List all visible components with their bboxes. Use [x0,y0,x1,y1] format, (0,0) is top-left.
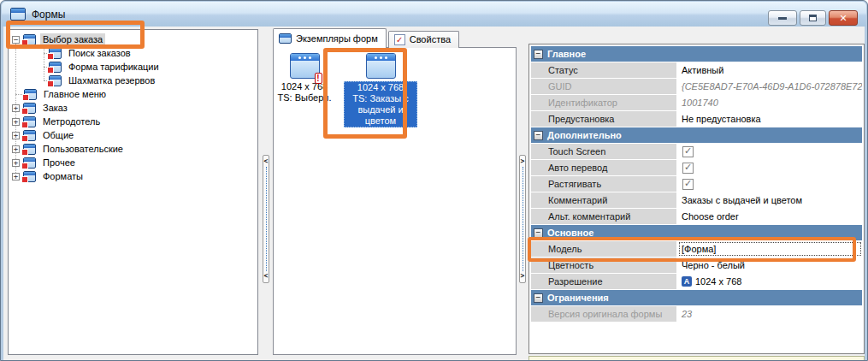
tab-instances[interactable]: Экземпляры форм [273,28,387,48]
property-row[interactable]: ЦветностьЧерно - белый [531,257,862,273]
property-value[interactable]: [Форма] [678,241,862,257]
close-button[interactable]: ✕ [829,10,858,26]
property-value[interactable]: Не предустановка [678,111,862,127]
left-splitter-handle[interactable]: < < [263,155,269,283]
instance-label: 1024 x 768TS: Заказы свыдачей ицветом [344,81,417,127]
tree-expander-plus-icon[interactable]: + [12,132,20,139]
property-value[interactable]: Активный [678,62,862,78]
instance-label: 1024 x 768TS: Выбери. [277,81,331,104]
property-section-header[interactable]: −Основное [531,225,862,240]
collapse-minus-icon[interactable]: − [534,50,543,59]
tab-properties[interactable]: ✓Свойства [388,31,459,48]
property-value[interactable]: Черно - белый [678,257,862,273]
property-value-text: Choose order [682,211,739,222]
collapse-minus-icon[interactable]: − [534,131,543,140]
property-row[interactable]: Идентификатор1001740 [531,95,862,110]
property-section-header[interactable]: −Главное [531,46,862,62]
property-value[interactable]: 23 [678,306,862,322]
tree-item[interactable]: +Пользовательские [9,142,257,156]
property-value-text: {CE5E8AD7-E70A-46D9-A1D6-072878E72 [682,81,862,92]
tree-item[interactable]: +Метродотель [9,115,257,128]
property-row[interactable]: Авто перевод [531,160,862,175]
checkbox[interactable] [682,179,694,190]
property-row[interactable]: КомментарийЗаказы с выдачей и цветом [531,192,862,208]
property-value-text: Черно - белый [682,260,745,270]
properties-check-icon: ✓ [394,34,405,45]
tree-expander-plus-icon[interactable]: + [12,118,20,126]
tree-item[interactable]: Форма тарификации [9,60,257,74]
property-grid: −ГлавноеСтатусАктивныйGUID{CE5E8AD7-E70A… [528,44,865,354]
collapse-minus-icon[interactable]: − [534,228,543,238]
tree-expander-plus-icon[interactable]: + [12,104,20,112]
form-instance[interactable]: 1024 x 768TS: Заказы свыдачей ицветом [342,53,419,127]
property-value-text: 1001740 [682,98,718,108]
property-label: Авто перевод [531,160,676,175]
form-instance[interactable]: !1024 x 768TS: Выбери. [277,53,332,104]
tab-bar: Экземпляры форм✓Свойства [273,28,461,48]
property-row[interactable]: СтатусАктивный [531,62,862,78]
property-value-text: Не предустановка [682,114,761,124]
tree-item[interactable]: +Заказ [9,101,257,115]
property-value[interactable]: {CE5E8AD7-E70A-46D9-A1D6-072878E72 [678,79,862,94]
property-row[interactable]: Touch Screen [531,144,862,159]
property-row[interactable]: Модель[Форма] [531,241,862,257]
warning-badge-icon: ! [315,73,322,84]
property-label: Цветность [531,257,676,273]
icon-titlebar [291,54,319,61]
property-value[interactable]: Заказы с выдачей и цветом [678,192,862,208]
checkbox[interactable] [682,163,694,174]
collapse-right-icon: > [521,158,525,165]
property-label: Версия оригинала формы [531,306,676,322]
property-value-text: Заказы с выдачей и цветом [682,195,802,205]
property-value[interactable] [678,176,862,192]
tree-item[interactable]: +Общие [9,128,257,142]
tree-item[interactable]: +Форматы [9,169,257,183]
property-value[interactable] [678,160,862,175]
restore-button[interactable] [800,10,826,26]
restore-icon [809,15,817,21]
form-window-icon [366,53,396,79]
right-splitter[interactable]: > > [517,29,528,355]
property-label: GUID [531,79,676,94]
tree-expander-minus-icon[interactable]: − [12,36,20,44]
form-icon [23,116,36,127]
tree-item[interactable]: Главное меню [9,87,257,101]
property-value[interactable]: 1001740 [678,95,862,110]
property-section-header[interactable]: −Ограничения [531,290,862,305]
property-value[interactable]: A1024 x 768 [678,274,862,289]
instances-list: !1024 x 768TS: Выбери.1024 x 768TS: Зака… [274,48,516,127]
right-splitter-handle[interactable]: > > [519,155,526,283]
form-icon [23,103,36,114]
collapse-minus-icon[interactable]: − [534,293,543,303]
tree-expander-plus-icon[interactable]: + [12,159,20,167]
property-value-text: 1024 x 768 [695,276,741,287]
property-value[interactable] [678,144,862,159]
tree-item[interactable]: Поиск заказов [9,46,257,60]
tree-item-label: Шахматка резервов [66,74,157,86]
description-strip [528,356,865,361]
tree-item-label: Выбор заказа [40,33,105,45]
tree-expander-plus-icon[interactable]: + [12,145,20,153]
property-row[interactable]: GUID{CE5E8AD7-E70A-46D9-A1D6-072878E72 [531,79,862,94]
tree-item[interactable]: −Выбор заказа [9,33,257,46]
property-row[interactable]: Альт. комментарийChoose order [531,209,862,224]
property-value[interactable]: Choose order [678,209,862,224]
property-row[interactable]: РазрешениеA1024 x 768 [531,274,862,289]
forms-tree: −Выбор заказаПоиск заказовФорма тарифика… [8,29,258,355]
section-title: Главное [547,49,586,59]
minimize-button[interactable] [768,10,797,26]
left-splitter[interactable]: < < [260,29,272,355]
checkbox[interactable] [682,146,694,157]
tree-item[interactable]: Шахматка резервов [9,74,257,87]
tree-expander-plus-icon[interactable]: + [12,173,20,180]
form-window-icon: ! [290,53,320,79]
form-icon [23,34,36,45]
tree-item-label: Главное меню [41,88,109,100]
titlebar: Формы ✕ [2,2,866,27]
tree-item[interactable]: +Прочее [9,156,257,169]
property-row[interactable]: Растягивать [531,176,862,192]
property-row[interactable]: Версия оригинала формы23 [531,306,862,322]
property-row[interactable]: ПредустановкаНе предустановка [531,111,862,127]
property-section-header[interactable]: −Дополнительно [531,127,862,143]
icon-titlebar [367,54,395,61]
